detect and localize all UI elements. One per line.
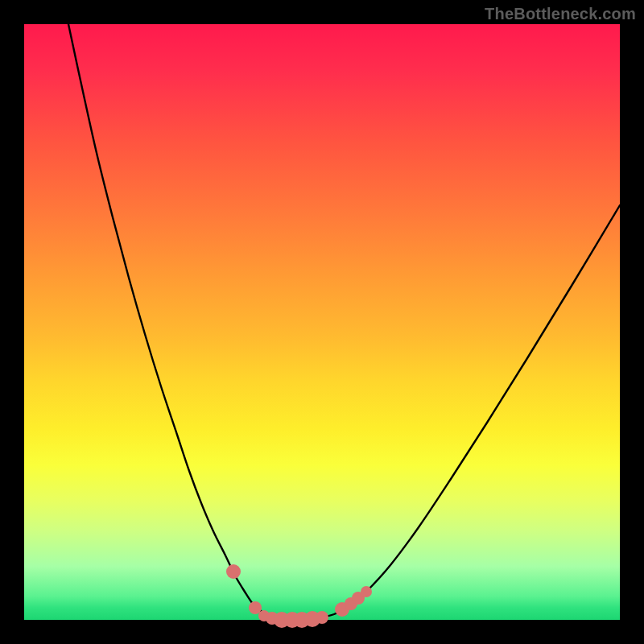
chart-frame: TheBottleneck.com xyxy=(0,0,644,644)
highlight-dot xyxy=(361,586,372,597)
watermark-text: TheBottleneck.com xyxy=(485,5,636,23)
curve-svg xyxy=(24,24,620,620)
plot-area xyxy=(24,24,620,620)
bottleneck-curve xyxy=(68,24,620,620)
highlight-dot xyxy=(316,611,328,624)
highlight-dot xyxy=(226,564,241,579)
